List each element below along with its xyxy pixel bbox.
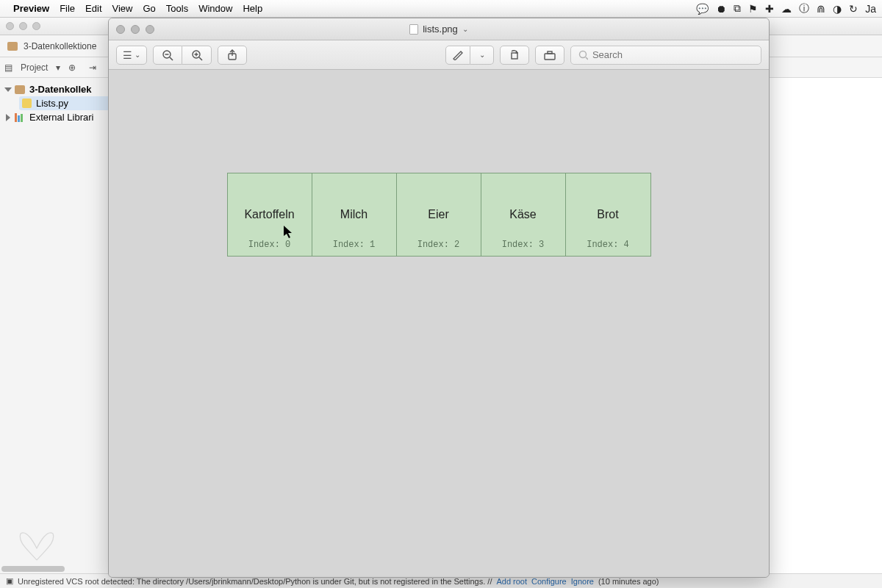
chat-icon[interactable]: 💬 (696, 3, 709, 15)
menu-window[interactable]: Window (198, 3, 232, 14)
butterfly-watermark-icon (15, 528, 59, 567)
list-word: Brot (597, 208, 618, 221)
preview-titlebar[interactable]: lists.png ⌄ (109, 18, 769, 40)
flag-icon[interactable]: ⚑ (748, 3, 758, 15)
dropbox-icon[interactable]: ⧉ (734, 2, 741, 15)
ide-close-dot[interactable] (6, 22, 14, 30)
search-input[interactable] (592, 49, 753, 60)
project-tab-icon: ▤ (4, 62, 12, 73)
status-message: Unregistered VCS root detected: The dire… (18, 577, 492, 586)
list-cell: Käse Index: 3 (481, 173, 566, 256)
target-icon[interactable]: ⊕ (63, 60, 81, 76)
zoom-out-button[interactable] (153, 46, 182, 65)
menu-view[interactable]: View (112, 3, 133, 14)
menu-edit[interactable]: Edit (85, 3, 101, 14)
menu-help[interactable]: Help (243, 3, 262, 14)
macos-menubar: Preview File Edit View Go Tools Window H… (0, 0, 882, 18)
tree-file-label: Lists.py (36, 98, 68, 109)
list-word: Kartoffeln (244, 208, 294, 221)
preview-canvas[interactable]: Kartoffeln Index: 0 Milch Index: 1 Eier … (109, 70, 769, 577)
sidebar-toggle-button[interactable]: ☰ ⌄ (116, 46, 147, 65)
tree-lib-label: External Librari (29, 112, 93, 123)
app-name[interactable]: Preview (13, 3, 49, 14)
preview-filename: lists.png (423, 24, 458, 35)
list-cell: Eier Index: 2 (397, 173, 481, 256)
list-word: Eier (428, 208, 448, 221)
collapse-icon[interactable]: ⇥ (84, 60, 101, 76)
status-add-root-link[interactable]: Add root (496, 577, 527, 586)
breadcrumb-root[interactable]: 3-Datenkollektione (24, 41, 96, 51)
folder-icon (7, 42, 18, 51)
svg-point-12 (580, 51, 587, 57)
project-dropdown-icon[interactable]: ▾ (56, 62, 60, 73)
status-ignore-link[interactable]: Ignore (571, 577, 594, 586)
list-cell: Milch Index: 1 (312, 173, 397, 256)
rotate-button[interactable] (500, 46, 529, 65)
plus-icon[interactable]: ✚ (765, 3, 774, 15)
svg-rect-10 (545, 54, 555, 60)
list-index: Index: 1 (333, 240, 376, 250)
folder-icon (15, 85, 25, 94)
zoom-in-button[interactable] (182, 46, 212, 65)
list-index: Index: 0 (248, 240, 291, 250)
headphones-icon[interactable]: ⋒ (817, 3, 825, 15)
menubar-right: 💬 ⏺ ⧉ ⚑ ✚ ☁ ⓘ ⋒ ◑ ↻ Ja (696, 2, 876, 15)
svg-line-13 (586, 57, 588, 60)
list-cell: Kartoffeln Index: 0 (228, 173, 312, 256)
preview-window: lists.png ⌄ ☰ ⌄ ⌄ (108, 18, 770, 578)
project-tab-label[interactable]: Project (15, 60, 53, 76)
preview-title[interactable]: lists.png ⌄ (409, 24, 468, 35)
info-icon[interactable]: ⓘ (799, 2, 809, 15)
tree-root-label: 3-Datenkollek (29, 84, 92, 95)
record-icon[interactable]: ⏺ (716, 3, 726, 15)
list-diagram: Kartoffeln Index: 0 Milch Index: 1 Eier … (227, 173, 651, 257)
cloud-icon[interactable]: ☁ (781, 3, 792, 15)
search-icon (578, 50, 588, 60)
ide-max-dot[interactable] (32, 22, 40, 30)
clock-icon[interactable]: ↻ (849, 3, 858, 15)
preview-search-field[interactable] (570, 46, 761, 65)
status-configure-link[interactable]: Configure (531, 577, 567, 586)
svg-line-4 (199, 57, 202, 60)
chevron-down-icon[interactable]: ⌄ (462, 25, 468, 33)
disclosure-triangle-icon[interactable] (4, 87, 12, 92)
preview-max-dot[interactable] (146, 25, 154, 34)
toolbox-button[interactable] (535, 46, 564, 65)
python-file-icon (22, 98, 32, 108)
user-label[interactable]: Ja (865, 3, 876, 15)
preview-traffic-lights[interactable] (116, 25, 154, 34)
svg-rect-11 (548, 51, 552, 54)
menu-tools[interactable]: Tools (166, 3, 188, 14)
ide-min-dot[interactable] (19, 22, 27, 30)
markup-dropdown-button[interactable]: ⌄ (470, 46, 494, 65)
markup-button[interactable] (445, 46, 470, 65)
preview-close-dot[interactable] (116, 25, 125, 34)
preview-min-dot[interactable] (131, 25, 140, 34)
svg-line-1 (170, 57, 173, 60)
document-icon (409, 24, 418, 35)
disclosure-triangle-icon[interactable] (6, 114, 10, 121)
list-index: Index: 2 (417, 240, 460, 250)
status-warning-icon[interactable]: ▣ (6, 576, 13, 586)
list-index: Index: 4 (587, 240, 629, 250)
share-button[interactable] (218, 46, 247, 65)
circle-icon[interactable]: ◑ (833, 3, 842, 15)
list-cell: Brot Index: 4 (566, 173, 650, 256)
menu-go[interactable]: Go (143, 3, 155, 14)
status-time: (10 minutes ago) (598, 577, 659, 586)
menu-file[interactable]: File (60, 3, 75, 14)
libraries-icon (15, 113, 25, 122)
svg-rect-9 (512, 53, 517, 59)
list-word: Käse (509, 208, 536, 221)
ide-traffic-lights[interactable] (6, 22, 40, 30)
preview-toolbar: ☰ ⌄ ⌄ (109, 40, 769, 70)
list-index: Index: 3 (502, 240, 545, 250)
list-word: Milch (340, 208, 368, 221)
